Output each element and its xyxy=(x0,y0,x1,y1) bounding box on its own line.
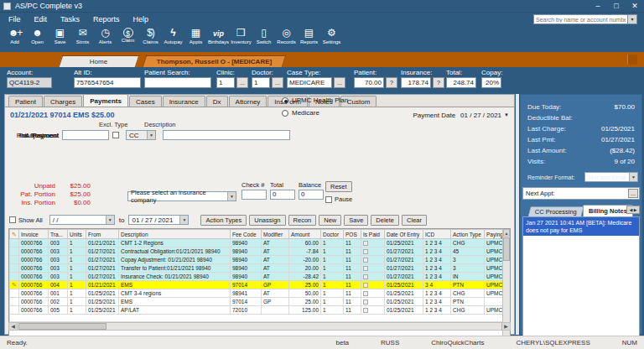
column-header[interactable]: Description xyxy=(119,230,231,239)
action-button[interactable]: New xyxy=(319,215,341,226)
column-header[interactable]: Tra... xyxy=(49,230,68,239)
plan-radio-medicare[interactable] xyxy=(282,110,288,117)
toolbar-button[interactable]: Appts xyxy=(184,26,207,52)
payment-type-dropdown[interactable]: CC▼ xyxy=(126,130,156,140)
billing-note-item[interactable]: Jan 27 2021 10:41 AM [BETA]: Medicare do… xyxy=(523,217,639,236)
date-to-dropdown[interactable]: 01 / 27 / 2021▼ xyxy=(128,215,189,225)
toolbar-button[interactable]: Claim xyxy=(117,26,139,52)
toolbar-button[interactable]: Alerts xyxy=(94,26,117,52)
menu-reports[interactable]: Reports xyxy=(93,15,120,23)
patient-balance-help-button[interactable]: ? xyxy=(386,77,397,88)
patient-tab[interactable]: Attorney xyxy=(229,96,267,107)
action-button[interactable]: Unassign xyxy=(249,215,285,226)
table-row[interactable]: 0000766 002 1 01/25/2021 EMS 97014 GP 25… xyxy=(10,298,512,306)
patient-search-field[interactable] xyxy=(144,77,211,88)
table-row[interactable]: 0000766 003 1 01/27/2021 Insurance Check… xyxy=(10,273,512,281)
date-from-dropdown[interactable]: / /▼ xyxy=(49,215,115,225)
toolbar-button[interactable]: Switch xyxy=(252,26,275,52)
check-total-input[interactable]: 0 xyxy=(270,190,295,200)
column-header[interactable] xyxy=(10,230,19,239)
column-header[interactable]: Invoice xyxy=(19,230,49,239)
column-header[interactable]: Doctor xyxy=(321,230,344,239)
show-all-checkbox[interactable] xyxy=(9,216,16,223)
payment-date-dropdown-icon[interactable]: ▼ xyxy=(504,112,509,117)
action-button[interactable]: Save xyxy=(344,215,368,226)
maximize-button[interactable]: □ xyxy=(607,2,626,10)
table-row[interactable]: 0000766 003 1 01/27/2021 Contractual Obl… xyxy=(10,247,512,256)
column-header[interactable]: From xyxy=(86,230,119,239)
column-header[interactable]: Units xyxy=(68,230,86,239)
table-row[interactable]: 0000766 003 1 01/21/2021 CMT 1-2 Regions… xyxy=(10,239,512,247)
table-row[interactable]: 0000766 001 1 01/25/2021 CMT 3-4 regions… xyxy=(10,289,512,298)
clinic-lookup-button[interactable]: ... xyxy=(236,77,248,88)
toolbar-button[interactable]: Claims xyxy=(139,26,162,52)
menu-edit[interactable]: Edit xyxy=(34,15,48,23)
column-header[interactable]: ICD xyxy=(423,230,451,239)
patient-tab[interactable]: Insurance xyxy=(163,96,205,107)
check-balance-input[interactable]: 0 xyxy=(299,190,324,200)
patient-tab[interactable]: Cases xyxy=(129,96,162,107)
tab-billing-notes[interactable]: Billing Notes xyxy=(583,205,633,216)
column-header[interactable]: POS xyxy=(344,230,361,239)
table-row[interactable]: 0000766 004 1 01/21/2021 EMS 97014 GP 25… xyxy=(10,281,512,289)
minimize-button[interactable]: – xyxy=(589,2,607,10)
close-button[interactable]: ✕ xyxy=(626,2,644,10)
toolbar-button[interactable]: Settings xyxy=(320,26,343,52)
menu-file[interactable]: File xyxy=(8,15,21,23)
plan-radio-upmc[interactable] xyxy=(282,97,288,104)
panel-divider[interactable] xyxy=(516,94,519,335)
toolbar-button[interactable]: Records xyxy=(275,26,298,52)
payment-amount-input[interactable] xyxy=(62,130,109,140)
next-appt-field[interactable]: Next Appt: ... xyxy=(522,187,640,200)
check-number-input[interactable] xyxy=(242,190,267,200)
action-button[interactable]: Action Types xyxy=(200,215,247,226)
case-type-field[interactable]: MEDICARE xyxy=(287,77,332,88)
action-button[interactable]: Clear xyxy=(402,215,427,226)
toolbar-button[interactable]: Birthdays xyxy=(207,26,230,52)
patient-tab[interactable]: Dx xyxy=(206,96,228,107)
reset-button[interactable]: Reset xyxy=(325,181,352,192)
reminder-format-dropdown[interactable]: Text and Email ▼ xyxy=(584,172,638,182)
toolbar-button[interactable]: Autopay xyxy=(162,26,184,52)
tab-home[interactable]: Home xyxy=(59,55,140,67)
toolbar-button[interactable]: Open xyxy=(26,26,49,52)
toolbar-button[interactable]: Reports xyxy=(298,26,320,52)
next-appt-lookup-button[interactable]: ... xyxy=(628,189,638,198)
clinic-field[interactable]: 1 xyxy=(216,77,235,88)
toolbar-button[interactable]: Stmts xyxy=(71,26,94,52)
table-row[interactable]: 0000766 003 1 01/27/2021 Transfer to Pat… xyxy=(10,264,512,273)
column-header[interactable]: Fee Code xyxy=(231,230,262,239)
table-row[interactable]: 0000766 003 1 01/27/2021 Copay Adjustmen… xyxy=(10,256,512,264)
column-header[interactable]: Modifier xyxy=(262,230,289,239)
insurance-balance-help-button[interactable]: ? xyxy=(433,77,444,88)
toolbar-button[interactable]: Save xyxy=(49,26,71,52)
patient-tab[interactable]: Payments xyxy=(83,94,128,107)
notes-tab-scroll-icons[interactable]: ◀ ▶ xyxy=(626,206,640,214)
payment-description-input[interactable] xyxy=(163,130,290,140)
search-dropdown-icon[interactable]: ▾ xyxy=(628,14,637,24)
column-header[interactable]: Date Of Entry xyxy=(385,230,423,239)
column-header[interactable]: Action Type xyxy=(451,230,485,239)
column-header[interactable]: Amount xyxy=(289,230,321,239)
tab-patient-thompson[interactable]: Thompson, Russell O - [MEDICARE] xyxy=(143,55,287,67)
column-header[interactable]: Is Paid xyxy=(361,230,385,239)
menu-tasks[interactable]: Tasks xyxy=(60,15,80,23)
menu-help[interactable]: Help xyxy=(133,15,149,23)
tab-cc-processing[interactable]: CC Processing xyxy=(528,206,584,216)
case-type-lookup-button[interactable]: ... xyxy=(334,77,345,88)
doctor-field[interactable]: 1 xyxy=(252,77,270,88)
insurance-company-dropdown[interactable]: Please select an insurance company ▼ xyxy=(127,191,236,201)
search-input[interactable] xyxy=(533,14,628,24)
alt-id-field[interactable]: 7576547654 xyxy=(74,77,141,88)
pause-checkbox[interactable] xyxy=(325,196,332,203)
patient-tab[interactable]: Charges xyxy=(44,96,82,107)
toolbar-button[interactable]: Inventory xyxy=(230,26,252,52)
action-button[interactable]: Delete xyxy=(371,215,399,226)
toolbar-button[interactable]: Add xyxy=(3,26,26,52)
payment-date-value[interactable]: 01 / 27 / 2021 xyxy=(460,112,501,119)
table-horizontal-scrollbar[interactable]: ◀ ▶ xyxy=(8,322,511,331)
doctor-lookup-button[interactable]: ... xyxy=(272,77,283,88)
action-button[interactable]: Recon xyxy=(288,215,317,226)
patient-tab[interactable]: Patient xyxy=(8,96,43,107)
table-row[interactable]: 0000766 005 1 01/25/2021 AP/LAT 72010 12… xyxy=(10,306,512,315)
